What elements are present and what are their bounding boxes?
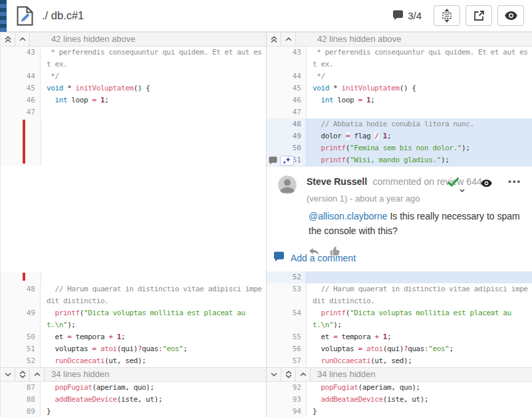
code-line-row[interactable]: 49 dolor = flag / 1; [267, 130, 532, 142]
line-number[interactable]: 87 [27, 382, 35, 394]
code-line-row[interactable]: 47 [1, 106, 266, 118]
code-line-row[interactable]: 51 printf("Wisi, mando gladius."); [267, 154, 532, 166]
line-number[interactable]: 43 [27, 47, 35, 59]
line-number[interactable]: 55 [293, 331, 301, 343]
code-line-row[interactable]: 43 * perferendis consequuntur qui quidem… [1, 47, 266, 59]
line-number[interactable]: 93 [293, 394, 301, 406]
line-number[interactable]: 48 [27, 283, 35, 295]
line-number[interactable]: 45 [293, 82, 301, 94]
line-number[interactable]: 48 [293, 118, 301, 130]
line-number[interactable]: 92 [293, 382, 301, 394]
expand-up2-button[interactable] [1, 33, 15, 46]
line-number[interactable]: 44 [27, 70, 35, 82]
code-line-row[interactable]: 57 runOccaecati(ut, sed); [267, 355, 532, 367]
code-line-row[interactable]: 88 addBeataeDevice(iste, ut); [1, 394, 266, 406]
code-line-row[interactable]: 50 printf("Femina sem bis non dolor."); [267, 142, 532, 154]
line-number[interactable]: 49 [293, 130, 301, 142]
code-content: } [41, 406, 266, 417]
code-line-row[interactable]: 93 addBeataeDevice(iste, ut); [267, 394, 532, 406]
code-line-row[interactable]: 54 printf("Dicta voluptas mollitia est p… [267, 307, 532, 319]
code-line-row[interactable]: 87 popFugiat(aperiam, quo); [1, 382, 266, 394]
expand-collapse-file-button[interactable] [434, 5, 460, 26]
line-number[interactable]: 43 [293, 47, 301, 59]
line-number[interactable]: 50 [27, 331, 35, 343]
add-comment-link[interactable]: Add a comment [291, 253, 356, 263]
code-line-row[interactable]: 43 * perferendis consequuntur qui quidem… [267, 47, 532, 59]
code-line-row[interactable]: 44 */ [267, 70, 532, 82]
expand-down-button[interactable] [1, 368, 15, 381]
external-link-button[interactable] [466, 5, 492, 26]
code-line-row[interactable]: 44 */ [1, 70, 266, 82]
code-line-row[interactable]: 55 et = tempora + 1; [267, 331, 532, 343]
sparkle-icon[interactable] [280, 156, 294, 166]
code-line-row[interactable]: t ex. [1, 59, 266, 70]
comment-count-indicator[interactable]: 3/4 [392, 10, 422, 22]
code-line-row[interactable]: 50 et = tempora + 1; [1, 331, 266, 343]
code-line-row[interactable]: 46 int loop = 1; [267, 94, 532, 106]
line-number[interactable]: 49 [27, 307, 35, 319]
line-number[interactable]: 53 [293, 283, 301, 295]
line-number[interactable]: 52 [293, 271, 301, 283]
more-options-icon[interactable]: ••• [508, 178, 521, 186]
expand-up-button[interactable] [296, 368, 311, 381]
line-number[interactable]: 52 [27, 355, 35, 367]
code-line-row[interactable]: t.\n"); [267, 319, 532, 331]
diff-panes: 42 lines hidden above43 * perferendis co… [0, 32, 532, 417]
chevron-down-icon [460, 184, 465, 196]
expand-up-button[interactable] [15, 33, 30, 46]
add-comment-bubble-icon[interactable] [273, 251, 285, 264]
code-line-row[interactable]: dit distinctio. [1, 295, 266, 307]
expand-updown-button[interactable] [15, 368, 30, 381]
line-number[interactable]: 54 [293, 307, 301, 319]
code-line-row[interactable]: 53 // Harum quaerat in distinctio vitae … [267, 283, 532, 295]
code-line-row[interactable]: 94} [267, 406, 532, 417]
code-content: addBeataeDevice(iste, ut); [307, 394, 532, 406]
code-line-row[interactable]: 48 // Harum quaerat in distinctio vitae … [1, 283, 266, 295]
code-line-row[interactable]: t.\n"); [1, 319, 266, 331]
code-line-row[interactable]: 45void * initVoluptatem() { [267, 82, 532, 94]
avatar[interactable] [278, 176, 297, 194]
line-number[interactable]: 45 [27, 82, 35, 94]
line-number[interactable]: 57 [293, 355, 301, 367]
code-line-row[interactable]: t ex. [267, 59, 532, 70]
line-number[interactable]: 50 [293, 142, 301, 154]
line-number[interactable]: 88 [27, 394, 35, 406]
expand-updown-button[interactable] [281, 368, 296, 381]
code-line-row[interactable]: 47 [267, 106, 532, 118]
comment-author[interactable]: Steve Russell [307, 176, 367, 187]
code-content: printf("Dicta voluptas mollitia est plac… [41, 307, 266, 319]
code-line-row[interactable]: 56 voluptas = atoi(qui)?quas:"eos"; [267, 343, 532, 355]
code-line-row[interactable]: 51 voluptas = atoi(qui)?quas:"eos"; [1, 343, 266, 355]
comment-bubble-icon[interactable] [268, 156, 278, 165]
code-line-row[interactable]: 48 // Abbatia hodie conubia litora nunc. [267, 118, 532, 130]
line-gutter: 43 [1, 47, 41, 59]
expand-up2-button[interactable] [267, 33, 281, 46]
expand-up-button[interactable] [281, 33, 296, 46]
line-number[interactable]: 46 [27, 94, 35, 106]
line-number[interactable]: 89 [27, 406, 35, 417]
expand-down-button[interactable] [267, 368, 281, 381]
code-line-row[interactable]: 52 [267, 271, 532, 283]
comment-filler [1, 166, 266, 271]
mention-link[interactable]: @allison.clayborne [309, 211, 388, 221]
code-line-row[interactable]: 49 printf("Dicta voluptas mollitia est p… [1, 307, 266, 319]
line-number[interactable]: 46 [293, 94, 301, 106]
code-content [307, 271, 532, 283]
code-line-row[interactable]: dit distinctio. [267, 295, 532, 307]
code-line-row[interactable]: 45void * initVoluptatem() { [1, 82, 266, 94]
line-number[interactable]: 94 [293, 406, 301, 417]
line-number[interactable]: 47 [293, 106, 301, 118]
line-number[interactable]: 44 [293, 70, 301, 82]
line-number[interactable]: 47 [27, 106, 35, 118]
approve-check-icon[interactable] [448, 178, 465, 196]
watch-eye-icon[interactable] [481, 178, 492, 190]
code-line-row[interactable]: 89} [1, 406, 266, 417]
eye-toggle-button[interactable] [497, 5, 524, 26]
expand-up-button[interactable] [30, 368, 45, 381]
line-number[interactable]: 56 [293, 343, 301, 355]
code-line-row[interactable]: 92 popFugiat(aperiam, quo); [267, 382, 532, 394]
code-line-row[interactable]: 46 int loop = 1; [1, 94, 266, 106]
code-line-row[interactable]: 52 runOccaecati(ut, sed); [1, 355, 266, 367]
line-number[interactable]: 51 [27, 343, 35, 355]
changed-lines-filler [1, 271, 266, 283]
